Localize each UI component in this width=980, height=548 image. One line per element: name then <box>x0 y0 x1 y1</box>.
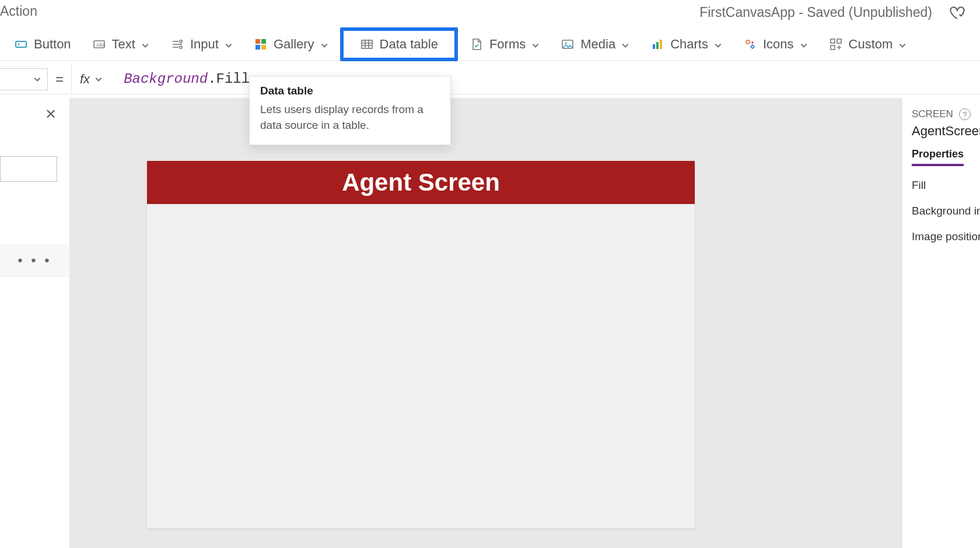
chevron-down-icon <box>621 41 629 50</box>
fx-button[interactable]: fx <box>71 64 113 94</box>
tab-action[interactable]: Action <box>0 3 37 19</box>
svg-rect-13 <box>653 44 655 49</box>
input-icon <box>170 37 184 51</box>
tooltip-title: Data table <box>260 85 440 97</box>
media-icon <box>561 37 575 51</box>
data-table-icon <box>360 37 374 51</box>
tooltip-data-table: Data table Lets users display records fr… <box>249 76 451 145</box>
insert-forms-label: Forms <box>489 37 526 52</box>
button-icon <box>14 37 28 51</box>
screen-canvas[interactable]: Agent Screen <box>147 161 695 528</box>
insert-input-label: Input <box>190 37 219 52</box>
svg-rect-8 <box>256 45 260 50</box>
insert-button[interactable]: Button <box>5 33 80 55</box>
tooltip-body: Lets users display records from a data s… <box>260 102 440 133</box>
properties-type-label: SCREEN <box>912 108 953 120</box>
insert-icons[interactable]: Icons <box>734 33 817 55</box>
screen-header-label: Agent Screen <box>147 161 695 204</box>
svg-rect-9 <box>261 45 266 50</box>
insert-text-label: Text <box>112 37 135 52</box>
insert-custom-label: Custom <box>849 37 893 52</box>
svg-rect-7 <box>261 39 266 44</box>
chevron-down-icon <box>898 41 907 50</box>
custom-icon <box>829 37 843 51</box>
formula-bar: = fx Background.Fill <box>0 64 980 94</box>
insert-input[interactable]: Input <box>161 33 242 55</box>
prop-fill[interactable]: Fill <box>912 179 980 192</box>
svg-rect-15 <box>660 40 662 49</box>
app-status-text: FirstCanvasApp - Saved (Unpublished) <box>699 5 932 20</box>
formula-property: Fill <box>216 71 250 87</box>
search-input[interactable] <box>0 156 57 182</box>
insert-icons-label: Icons <box>763 37 794 52</box>
svg-point-1 <box>18 43 19 45</box>
svg-rect-6 <box>256 39 260 44</box>
charts-icon <box>650 37 664 51</box>
tab-properties[interactable]: Properties <box>912 148 964 166</box>
insert-gallery-label: Gallery <box>274 37 314 52</box>
svg-text:Abc: Abc <box>96 42 106 48</box>
formula-object: Background <box>124 71 208 87</box>
svg-point-5 <box>180 45 182 48</box>
gallery-icon <box>254 37 268 51</box>
insert-data-table[interactable]: Data table <box>340 27 458 61</box>
svg-rect-18 <box>837 39 841 43</box>
fx-label: fx <box>80 72 90 87</box>
app-checker-icon[interactable] <box>949 3 966 21</box>
chevron-down-icon <box>225 41 233 50</box>
svg-rect-0 <box>16 41 26 47</box>
equals-sign: = <box>48 71 71 87</box>
insert-charts-label: Charts <box>670 37 708 52</box>
svg-rect-10 <box>362 40 372 48</box>
chevron-down-icon <box>714 41 722 50</box>
svg-point-16 <box>746 40 750 44</box>
svg-point-12 <box>565 42 567 44</box>
chevron-down-icon <box>320 41 328 50</box>
insert-text[interactable]: Abc Text <box>83 33 159 55</box>
insert-media-label: Media <box>580 37 615 52</box>
chevron-down-icon <box>33 75 41 83</box>
chevron-down-icon <box>800 41 808 50</box>
insert-charts[interactable]: Charts <box>641 33 732 55</box>
properties-pane: SCREEN ? AgentScreen Properties Fill Bac… <box>902 98 980 548</box>
canvas-area: Agent Screen <box>70 98 902 548</box>
insert-forms[interactable]: Forms <box>460 33 549 55</box>
forms-icon <box>470 37 484 51</box>
chevron-down-icon <box>531 41 540 50</box>
tree-item-more[interactable]: • • • <box>0 245 69 276</box>
insert-button-label: Button <box>34 37 71 52</box>
help-icon[interactable]: ? <box>959 108 971 120</box>
formula-dot: . <box>208 71 216 87</box>
insert-media[interactable]: Media <box>551 33 639 55</box>
tree-view-pane: ✕ • • • <box>0 98 70 548</box>
chevron-down-icon <box>141 41 149 50</box>
prop-background-image[interactable]: Background image <box>912 205 980 217</box>
svg-rect-17 <box>831 39 835 43</box>
svg-rect-19 <box>831 45 835 50</box>
text-icon: Abc <box>92 37 106 51</box>
screen-name: AgentScreen <box>912 124 980 139</box>
insert-ribbon: Button Abc Text Input Gallery Data tab <box>0 28 980 61</box>
svg-rect-14 <box>656 42 659 49</box>
property-selector[interactable] <box>0 68 48 90</box>
icons-icon <box>743 37 757 51</box>
insert-custom[interactable]: Custom <box>820 33 916 55</box>
close-icon[interactable]: ✕ <box>45 106 57 122</box>
insert-gallery[interactable]: Gallery <box>244 33 338 55</box>
prop-image-position[interactable]: Image position <box>912 230 980 243</box>
insert-data-table-label: Data table <box>380 37 438 52</box>
svg-point-4 <box>180 40 182 42</box>
chevron-down-icon <box>94 75 103 83</box>
formula-input[interactable]: Background.Fill <box>113 71 250 87</box>
title-bar: Action FirstCanvasApp - Saved (Unpublish… <box>0 0 980 28</box>
